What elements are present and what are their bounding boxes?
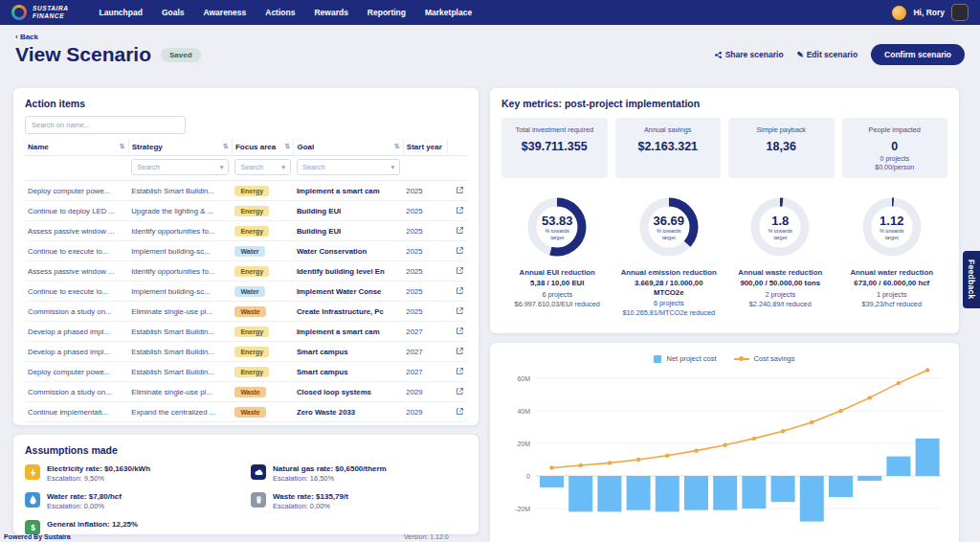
- cell-strategy: Expand the centralized ...: [128, 402, 232, 422]
- cell-start-year: 2029: [403, 402, 447, 422]
- cell-strategy: Eliminate single-use pl...: [128, 382, 232, 402]
- metric-donut: 1.8% towards targetAnnual waste reductio…: [724, 190, 836, 317]
- external-link-icon: [456, 407, 464, 416]
- assumptions-list: Electricity rate: $0,1630/kWhEscalation:…: [25, 464, 467, 534]
- dollar-icon: $: [25, 520, 40, 535]
- col-header-name[interactable]: Name⇅: [25, 139, 128, 156]
- share-scenario-link[interactable]: Share scenario: [714, 50, 784, 59]
- svg-text:60M: 60M: [517, 375, 530, 382]
- col-header-goal[interactable]: Goal⇅: [294, 139, 403, 156]
- nav-item-marketplace[interactable]: Marketplace: [425, 8, 472, 17]
- col-header-strategy[interactable]: Strategy⇅: [128, 139, 232, 156]
- cell-goal: Create Infrastructure, Pc: [294, 302, 403, 322]
- open-action-link[interactable]: [447, 322, 467, 342]
- user-greeting[interactable]: Hi, Rory: [913, 8, 945, 17]
- cell-strategy: Upgrade the lighting & ...: [128, 201, 232, 221]
- focus-area-badge: Waste: [234, 306, 265, 317]
- legend-cost-savings[interactable]: Cost savings: [734, 354, 795, 363]
- external-link-icon: [456, 246, 464, 255]
- metric-donut: 36.69% towards targetAnnual emission red…: [613, 190, 725, 317]
- focus-area-badge: Energy: [234, 186, 269, 196]
- action-items-tbody: Deploy computer powe...Establish Smart B…: [25, 181, 467, 422]
- nav-item-awareness[interactable]: Awareness: [204, 8, 247, 17]
- strategy-filter-select[interactable]: Search▾: [131, 159, 229, 175]
- cell-start-year: 2029: [403, 382, 447, 402]
- nav-item-actions[interactable]: Actions: [265, 8, 295, 17]
- avatar[interactable]: [951, 4, 969, 21]
- feedback-tab[interactable]: Feedback: [963, 251, 980, 308]
- cell-goal: Implement a smart cam: [294, 181, 403, 201]
- cell-name: Continue to deploy LED ...: [25, 201, 128, 221]
- cell-start-year: 2025: [403, 201, 447, 221]
- sort-icon[interactable]: ⇅: [285, 143, 291, 150]
- cell-strategy: Establish Smart Buildin...: [128, 181, 232, 201]
- cost-chart-svg: 60M40M20M0-20M: [501, 363, 944, 542]
- open-action-link[interactable]: [447, 382, 467, 402]
- svg-text:$: $: [31, 524, 35, 532]
- col-header-start-year[interactable]: Start year: [403, 139, 447, 156]
- confirm-scenario-button[interactable]: Confirm scenario: [871, 44, 965, 65]
- open-action-link[interactable]: [447, 342, 467, 362]
- nav-item-goals[interactable]: Goals: [162, 8, 185, 17]
- open-action-link[interactable]: [447, 261, 467, 282]
- open-action-link[interactable]: [447, 241, 467, 261]
- chevron-down-icon: ▾: [220, 163, 224, 171]
- nav-item-reporting[interactable]: Reporting: [368, 8, 406, 17]
- open-action-link[interactable]: [447, 402, 467, 422]
- open-action-link[interactable]: [447, 221, 467, 241]
- cell-goal: Building EUI: [294, 221, 403, 241]
- open-action-link[interactable]: [447, 201, 467, 221]
- cell-name: Continue to execute lo...: [25, 241, 128, 261]
- action-items-card: Action items Name⇅ Strategy⇅ Focus area⇅…: [13, 88, 479, 425]
- focus-area-badge: Energy: [234, 327, 269, 337]
- cell-strategy: Implement building-sc...: [128, 241, 232, 261]
- focus-area-badge: Energy: [234, 226, 269, 237]
- legend-net-project-cost[interactable]: Net project cost: [654, 354, 716, 363]
- open-action-link[interactable]: [447, 302, 467, 322]
- brand-logo-icon[interactable]: [11, 5, 27, 20]
- cell-goal: Identify building level En: [294, 261, 403, 282]
- cell-goal: Smart campus: [294, 362, 403, 382]
- search-input[interactable]: [25, 116, 186, 134]
- nav-item-launchpad[interactable]: Launchpad: [100, 8, 143, 17]
- col-header-focus-area[interactable]: Focus area⇅: [232, 139, 294, 156]
- table-row: Continue to execute lo...Implement build…: [25, 282, 467, 302]
- cell-strategy: Implement building-sc...: [128, 282, 232, 302]
- assumption-item: Waste rate: $135,79/tEscalation: 0,00%: [251, 492, 467, 511]
- focus-area-badge: Energy: [234, 206, 269, 216]
- focus-area-filter-select[interactable]: Search▾: [234, 159, 291, 175]
- points-coin-icon[interactable]: [892, 6, 906, 20]
- metric-box: Annual savings$2.163.321: [615, 118, 722, 178]
- cell-name: Commission a study on...: [25, 382, 128, 402]
- cell-name: Continue to execute lo...: [25, 282, 128, 302]
- open-action-link[interactable]: [447, 282, 467, 302]
- key-metrics-card: Key metrics: post-project implementation…: [490, 88, 959, 333]
- brand-name[interactable]: SUSTAIRA FINANCE: [33, 5, 69, 20]
- table-row: Continue to execute lo...Implement build…: [25, 241, 467, 261]
- cost-chart-card: Net project cost Cost savings 60M40M20M0…: [490, 343, 959, 542]
- svg-text:20M: 20M: [517, 440, 530, 447]
- page-title: View Scenario: [15, 43, 151, 66]
- open-action-link[interactable]: [447, 181, 467, 201]
- assumptions-card: Assumptions made Electricity rate: $0,16…: [13, 435, 479, 534]
- external-link-icon: [456, 327, 464, 335]
- cell-start-year: 2027: [403, 342, 447, 362]
- cell-goal: Implement a smart cam: [294, 322, 403, 342]
- table-row: Continue implementati...Expand the centr…: [25, 402, 467, 422]
- sort-icon[interactable]: ⇅: [394, 143, 400, 150]
- nav-item-rewards[interactable]: Rewards: [314, 8, 347, 17]
- open-action-link[interactable]: [447, 362, 467, 382]
- chevron-down-icon: ▾: [281, 163, 285, 171]
- cell-start-year: 2025: [403, 282, 447, 302]
- sort-icon[interactable]: ⇅: [120, 143, 125, 150]
- sort-icon[interactable]: ⇅: [223, 143, 229, 150]
- table-row: Develop a phased impl...Establish Smart …: [25, 322, 467, 342]
- back-link[interactable]: ‹ Back: [15, 33, 965, 41]
- bolt-icon: [25, 464, 40, 480]
- edit-scenario-link[interactable]: ✎ Edit scenario: [797, 50, 858, 59]
- table-row: Deploy computer powe...Establish Smart B…: [25, 362, 467, 382]
- assumption-item: Electricity rate: $0,1630/kWhEscalation:…: [25, 464, 241, 484]
- cell-goal: Closed loop systems: [294, 382, 403, 402]
- metric-donut: 53.83% towards targetAnnual EUI reductio…: [501, 190, 613, 317]
- goal-filter-select[interactable]: Search▾: [297, 159, 400, 175]
